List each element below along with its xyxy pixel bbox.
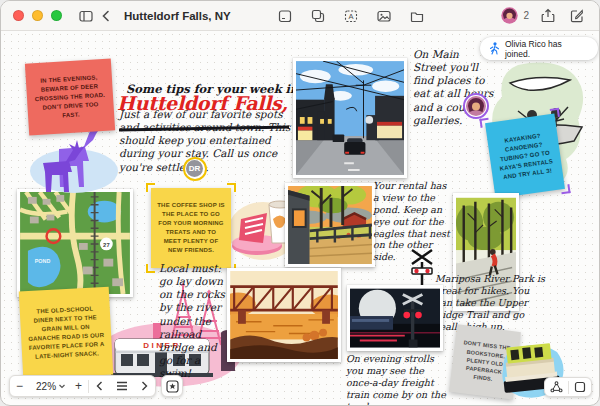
olivia-avatar-icon [466, 96, 486, 116]
collaboration-cursors-button[interactable] [545, 378, 568, 396]
fit-to-view-button[interactable] [569, 378, 591, 396]
list-icon [116, 381, 128, 391]
join-notification-text: Olivia Rico has joined. [505, 39, 589, 59]
person-joined-icon [489, 42, 500, 55]
sticky-note-coffee[interactable]: THE COFFEE SHOP IS THE PLACE TO GO FOR Y… [151, 188, 231, 268]
star-frame-icon [166, 380, 179, 393]
share-icon [540, 8, 556, 24]
media-tool-button[interactable] [374, 6, 394, 26]
shapes-tool-button[interactable] [308, 6, 328, 26]
town-map-image[interactable]: 27 POND [17, 189, 133, 297]
collaborator-cursor-dr: DR [183, 157, 207, 181]
chevron-down-icon [58, 382, 66, 390]
zoom-level-value: 22% [32, 381, 58, 392]
main-street-illustration [296, 61, 404, 175]
sticky-note-kayak-text: KAYAKING? CANOEING? TUBING? GO TO KAYA'S… [493, 130, 557, 183]
sticky-note-kayak[interactable]: KAYAKING? CANOEING? TUBING? GO TO KAYA'S… [485, 113, 565, 198]
insert-tools: A [275, 6, 427, 26]
window-controls [13, 10, 62, 21]
local-must-note[interactable]: Local must: go lay down on the rocks by … [159, 262, 231, 380]
deck-view-image[interactable] [285, 183, 375, 267]
sticky-note-deer[interactable]: IN THE EVENINGS, BEWARE OF DEER CROSSING… [25, 58, 115, 135]
sidebar-toggle-button[interactable] [76, 6, 96, 26]
favorite-board-button[interactable] [161, 375, 183, 397]
zoom-out-button[interactable]: − [10, 376, 29, 396]
titlebar-right: 2 [501, 6, 587, 26]
board-list-button[interactable] [110, 376, 134, 396]
zoom-in-button[interactable]: + [69, 376, 88, 396]
sticky-note-diner[interactable]: THE OLD-SCHOOL DINER NEXT TO THE GRAIN M… [19, 287, 113, 380]
deck-view-illustration [288, 186, 372, 264]
text-box-tool-button[interactable]: A [341, 6, 361, 26]
sidebar-icon [78, 8, 94, 24]
collaborator-cursor-olivia [463, 93, 489, 119]
railroad-bridge-image[interactable] [227, 268, 341, 362]
collaborators-avatar[interactable] [501, 7, 518, 24]
sticky-note-icon [277, 8, 293, 24]
sticky-note-diner-text: THE OLD-SCHOOL DINER NEXT TO THE GRAIN M… [26, 304, 107, 362]
night-crossing-image[interactable] [347, 285, 443, 351]
close-button[interactable] [13, 10, 24, 21]
collaborator-count: 2 [523, 10, 529, 21]
folder-icon [409, 8, 425, 24]
next-board-button[interactable] [134, 376, 155, 396]
avatar-icon [501, 7, 518, 24]
text-box-icon: A [343, 8, 359, 24]
zoom-level-button[interactable]: 22% [29, 376, 69, 396]
dr-avatar: DR [186, 160, 203, 177]
previous-board-button[interactable] [89, 376, 110, 396]
strolls-note[interactable]: On evening strolls you may see the once-… [346, 353, 448, 406]
svg-text:A: A [348, 12, 353, 21]
night-crossing-illustration [350, 288, 440, 348]
chevron-right-icon [140, 381, 149, 391]
railroad-bridge-illustration [230, 271, 338, 359]
title-bar: Hutteldorf Falls, NY A 2 [1, 1, 599, 31]
insert-file-button[interactable] [407, 6, 427, 26]
zoom-navigation-bar: − 22% + [9, 375, 156, 397]
chevron-left-icon [95, 381, 104, 391]
freeform-window: Hutteldorf Falls, NY A 2 [0, 0, 600, 406]
view-options-bar [544, 377, 592, 397]
minimize-button[interactable] [32, 10, 43, 21]
olivia-avatar [465, 95, 487, 117]
sticky-note-deer-text: IN THE EVENINGS, BEWARE OF DEER CROSSING… [32, 72, 109, 121]
zoom-window-button[interactable] [51, 10, 62, 21]
shapes-icon [310, 8, 326, 24]
new-board-button[interactable] [567, 6, 587, 26]
intro-note[interactable]: Just a few of our favorite spots and act… [119, 108, 297, 174]
pond-label: POND [35, 258, 51, 264]
media-icon [376, 8, 392, 24]
route-badge: 27 [103, 242, 110, 248]
mariposa-note[interactable]: Mariposa River Park is great for hikes. … [435, 273, 545, 332]
share-button[interactable] [538, 6, 558, 26]
town-map-illustration: 27 POND [20, 192, 130, 294]
board-title: Hutteldorf Falls, NY [124, 10, 231, 22]
sticky-note-tool-button[interactable] [275, 6, 295, 26]
board-canvas[interactable]: 27 POND IN THE EVENINGS, BEWARE OF DEER … [1, 31, 599, 405]
compose-icon [569, 8, 585, 24]
chevron-left-icon [99, 9, 113, 23]
join-notification: Olivia Rico has joined. [480, 37, 598, 60]
main-street-image[interactable] [293, 58, 407, 178]
sticky-note-coffee-text: THE COFFEE SHOP IS THE PLACE TO GO FOR Y… [157, 201, 225, 255]
frame-icon [574, 381, 586, 393]
collaboration-cursors-icon [550, 381, 563, 393]
back-button[interactable] [96, 6, 116, 26]
